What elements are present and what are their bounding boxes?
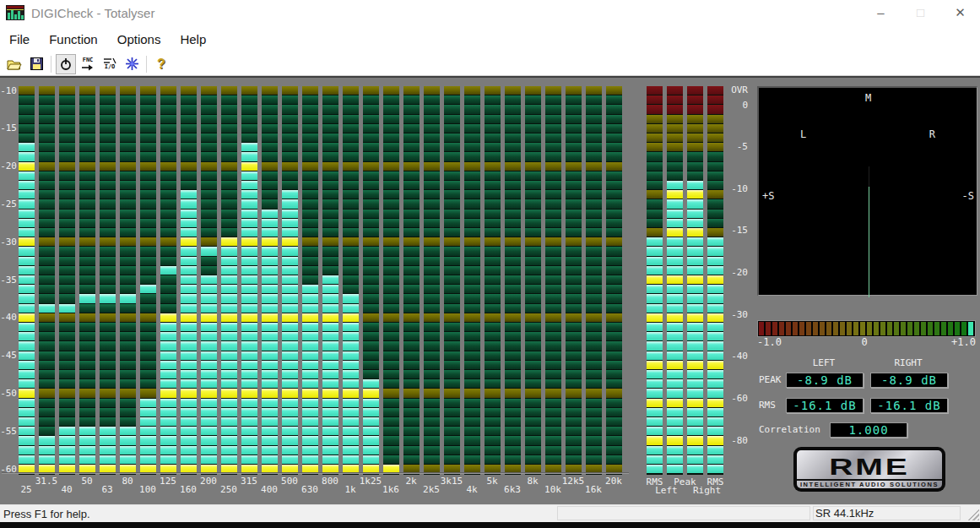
spectrum-band-100 bbox=[140, 86, 156, 475]
correlation-segment bbox=[921, 322, 926, 335]
freq-label: 315 bbox=[241, 476, 257, 486]
db-tick-label: -50 bbox=[0, 389, 17, 398]
freq-label: 31.5 bbox=[35, 476, 58, 486]
correlation-segment bbox=[907, 322, 912, 335]
gonio-label-minus-s: -S bbox=[962, 190, 974, 202]
db-tick-label: -45 bbox=[0, 351, 17, 360]
gonio-label-l: L bbox=[800, 128, 806, 140]
maximize-button[interactable]: □ bbox=[901, 0, 940, 25]
correlation-segment bbox=[786, 322, 791, 335]
spectrum-band-800 bbox=[322, 86, 338, 475]
correlation-segment bbox=[759, 322, 764, 335]
spectrum-band-25 bbox=[19, 86, 35, 475]
spectrum-band-125 bbox=[160, 86, 176, 475]
display-settings-button[interactable] bbox=[122, 54, 142, 74]
spectrum-band-1k25 bbox=[363, 86, 379, 475]
app-window: DIGICheck - Totalyser – □ ✕ File Functio… bbox=[0, 0, 980, 528]
freq-label: 6k3 bbox=[504, 485, 521, 494]
meter-rms-left bbox=[647, 86, 663, 475]
correlation-segment bbox=[833, 322, 838, 335]
db-tick-label: -35 bbox=[0, 275, 17, 285]
correlation-segment bbox=[840, 322, 845, 335]
spectrum-band-160 bbox=[181, 86, 197, 475]
io-settings-button[interactable]: I/O bbox=[100, 54, 120, 74]
freq-label: 1k25 bbox=[360, 476, 382, 486]
close-button[interactable]: ✕ bbox=[940, 0, 980, 25]
meter-tick-label: -10 bbox=[724, 184, 748, 193]
resize-grip[interactable] bbox=[967, 509, 979, 520]
peak-right-readout: -8.9 dB bbox=[870, 373, 948, 388]
freq-label: 12k5 bbox=[562, 476, 585, 486]
menu-file[interactable]: File bbox=[6, 30, 33, 48]
freq-label: 2k bbox=[405, 476, 416, 486]
correlation-segment bbox=[766, 322, 771, 335]
freq-label: 20k bbox=[605, 476, 622, 486]
power-icon bbox=[59, 57, 73, 71]
spectrum-band-16k bbox=[586, 86, 602, 475]
power-toggle-button[interactable] bbox=[56, 54, 76, 74]
freq-label: 3k15 bbox=[441, 476, 463, 486]
freq-label: 10k bbox=[544, 485, 561, 494]
spectrum-band-2k bbox=[403, 86, 420, 475]
spectrum-band-630 bbox=[302, 86, 318, 475]
help-icon: ? bbox=[157, 57, 165, 71]
menu-help[interactable]: Help bbox=[176, 30, 209, 48]
gonio-label-r: R bbox=[929, 128, 935, 140]
correlation-segment bbox=[813, 322, 818, 335]
correlation-segment bbox=[847, 322, 852, 335]
freq-label: 63 bbox=[101, 485, 112, 494]
meter-tick-label: -60 bbox=[724, 394, 748, 403]
help-button[interactable]: ? bbox=[151, 54, 171, 74]
freq-label: 160 bbox=[180, 485, 197, 494]
rms-right-readout: -16.1 dB bbox=[870, 398, 948, 413]
toolbar-separator bbox=[146, 56, 147, 73]
menu-options[interactable]: Options bbox=[114, 30, 165, 48]
meter-column-label: Left bbox=[655, 486, 678, 495]
peak-label: PEAK bbox=[759, 375, 782, 384]
arrow-right-icon bbox=[81, 63, 95, 71]
meter-tick-label: -5 bbox=[724, 142, 748, 151]
header-right-channel: RIGHT bbox=[894, 358, 922, 367]
meter-peak-left bbox=[667, 86, 683, 475]
freq-label: 4k bbox=[466, 485, 477, 494]
correlation-segment bbox=[894, 322, 899, 335]
menu-function[interactable]: Function bbox=[46, 30, 101, 48]
toolbar-separator bbox=[51, 56, 51, 73]
title-bar: DIGICheck - Totalyser – □ ✕ bbox=[0, 0, 980, 25]
goniometer: M L R +S -S bbox=[757, 86, 977, 296]
freq-label: 25 bbox=[20, 485, 31, 494]
freq-label: 1k6 bbox=[382, 485, 399, 494]
correlation-segment bbox=[793, 322, 798, 335]
meter-tick-label: -40 bbox=[724, 351, 748, 361]
correlation-segment bbox=[826, 322, 831, 335]
open-folder-icon bbox=[7, 58, 22, 70]
rms-left-readout: -16.1 dB bbox=[786, 398, 864, 413]
gonio-label-plus-s: +S bbox=[762, 190, 774, 202]
minimize-button[interactable]: – bbox=[861, 0, 901, 25]
freq-label: 400 bbox=[261, 485, 278, 494]
correlation-segment bbox=[860, 322, 865, 335]
spectrum-band-40 bbox=[59, 86, 75, 475]
spectrum-band-10k bbox=[545, 86, 561, 475]
spectrum-band-4k bbox=[464, 86, 480, 475]
freq-label: 200 bbox=[200, 476, 217, 486]
spectrum-band-400 bbox=[262, 86, 278, 475]
toolbar: FNC I/O bbox=[0, 52, 980, 76]
spectrum-band-6k3 bbox=[505, 86, 521, 475]
db-tick-label: -40 bbox=[0, 313, 17, 322]
spectrum-band-5k bbox=[485, 86, 501, 475]
db-tick-label: -20 bbox=[0, 161, 17, 171]
function-select-button[interactable]: FNC bbox=[78, 54, 98, 74]
spectrum-band-63 bbox=[100, 86, 116, 475]
spectrum-band-250 bbox=[221, 86, 237, 475]
open-file-button[interactable] bbox=[4, 54, 24, 74]
gonio-trace bbox=[869, 187, 869, 297]
corr-scale-min: -1.0 bbox=[757, 338, 782, 347]
spectrum-band-1k6 bbox=[383, 86, 399, 475]
freq-label: 630 bbox=[301, 485, 318, 494]
save-floppy-icon bbox=[30, 57, 43, 70]
spectrum-band-50 bbox=[79, 86, 95, 475]
save-button[interactable] bbox=[26, 54, 46, 74]
correlation-segment bbox=[941, 322, 946, 335]
rme-logo: RME INTELLIGENT AUDIO SOLUTIONS bbox=[793, 447, 945, 492]
